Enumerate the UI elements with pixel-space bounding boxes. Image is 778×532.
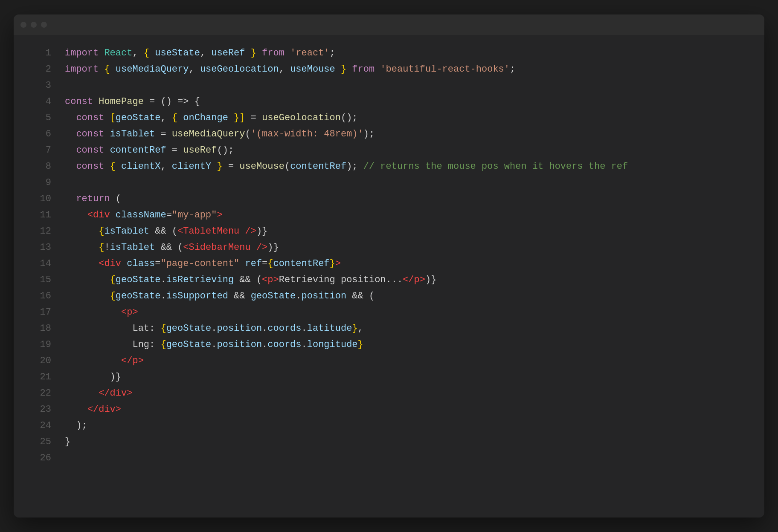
token-punctuation: , <box>160 113 171 123</box>
token-punctuation <box>335 64 341 75</box>
code-line: 5 const [geoState, { onChange }] = useGe… <box>14 110 764 126</box>
token-punctuation: ; <box>510 64 515 75</box>
maximize-button[interactable] <box>41 22 47 28</box>
token-punctuation <box>65 145 76 156</box>
token-identifier: clientX <box>121 161 160 172</box>
line-content: <div className="my-app"> <box>65 207 223 223</box>
token-punctuation: . <box>160 291 166 301</box>
line-number: 4 <box>31 94 51 110</box>
token-jsx-tag: /> <box>256 242 267 253</box>
line-number: 23 <box>31 402 51 418</box>
token-jsx-tag: <TabletMenu <box>177 226 239 237</box>
token-punctuation: , <box>189 64 200 75</box>
line-number: 6 <box>31 126 51 142</box>
token-punctuation: (); <box>341 113 358 123</box>
token-punctuation: ); <box>65 420 87 431</box>
minimize-button[interactable] <box>31 22 37 28</box>
token-punctuation <box>65 356 121 366</box>
close-button[interactable] <box>20 22 26 28</box>
line-content: {isTablet && (<TabletMenu />)} <box>65 223 267 240</box>
token-func-name: HomePage <box>99 96 144 107</box>
token-identifier: geoState <box>251 291 296 301</box>
token-punctuation: ); <box>346 161 363 172</box>
token-jsx-tag: > <box>217 210 222 220</box>
token-bracket: { <box>104 64 110 75</box>
code-line: 19 Lng: {geoState.position.coords.longit… <box>14 337 764 353</box>
token-jsx-tag: <SidebarMenu <box>183 242 250 253</box>
line-number: 7 <box>31 142 51 159</box>
token-bracket: { <box>110 291 116 301</box>
token-jsx-tag: /> <box>245 226 256 237</box>
token-punctuation: = <box>166 210 172 220</box>
token-punctuation: ; <box>330 48 335 58</box>
line-number: 20 <box>31 353 51 369</box>
token-identifier: useMediaQuery <box>116 64 189 75</box>
token-kw-return: return <box>76 194 110 204</box>
code-area: 1import React, { useState, useRef } from… <box>14 35 764 518</box>
code-line: 2import { useMediaQuery, useGeolocation,… <box>14 61 764 78</box>
token-punctuation: . <box>302 323 307 334</box>
token-bracket: } <box>251 48 256 58</box>
token-punctuation <box>65 194 76 204</box>
token-punctuation: { <box>189 96 200 107</box>
line-content: {geoState.isSupported && geoState.positi… <box>65 288 374 304</box>
token-func-name: useRef <box>183 145 217 156</box>
line-number: 2 <box>31 61 51 78</box>
line-number: 19 <box>31 337 51 353</box>
code-line: 7 const contentRef = useRef(); <box>14 142 764 159</box>
token-attr-name: class <box>127 258 155 269</box>
token-arrow: => <box>177 96 189 107</box>
token-punctuation <box>104 161 110 172</box>
token-punctuation: ( <box>110 194 121 204</box>
token-identifier: useMouse <box>290 64 335 75</box>
token-punctuation: )} <box>256 226 267 237</box>
line-number: 18 <box>31 321 51 337</box>
token-punctuation: && ( <box>346 291 374 301</box>
line-content: import React, { useState, useRef } from … <box>65 45 335 61</box>
token-punctuation <box>228 113 234 123</box>
line-number: 12 <box>31 223 51 240</box>
line-number: 15 <box>31 272 51 288</box>
token-bracket: { <box>160 323 166 334</box>
token-punctuation: = () <box>144 96 177 107</box>
token-identifier: isTablet <box>110 242 155 253</box>
code-line: 26 <box>14 450 764 466</box>
line-number: 13 <box>31 240 51 256</box>
token-punctuation: . <box>262 323 267 334</box>
token-punctuation: ); <box>363 129 374 139</box>
line-content: </p> <box>65 353 144 369</box>
token-punctuation <box>121 258 127 269</box>
line-number: 1 <box>31 45 51 61</box>
token-bracket: } <box>330 258 335 269</box>
token-punctuation <box>116 161 121 172</box>
line-content: Lng: {geoState.position.coords.longitude… <box>65 337 363 353</box>
code-line: 14 <div class="page-content" ref={conten… <box>14 256 764 272</box>
token-punctuation <box>211 161 217 172</box>
line-content: {geoState.isRetrieving && (<p>Retrieving… <box>65 272 436 288</box>
token-punctuation: = <box>223 161 240 172</box>
token-kw-import: import <box>65 64 99 75</box>
token-identifier: geoState <box>166 339 212 350</box>
token-attr-name: ref <box>245 258 262 269</box>
token-punctuation: (); <box>217 145 234 156</box>
token-identifier: latitude <box>307 323 352 334</box>
token-identifier: contentRef <box>290 161 346 172</box>
token-jsx-tag: </p> <box>403 275 425 285</box>
titlebar <box>14 14 764 35</box>
line-number: 3 <box>31 78 51 94</box>
token-bracket: { <box>110 161 116 172</box>
token-punctuation: , <box>279 64 290 75</box>
line-number: 22 <box>31 385 51 402</box>
token-punctuation: ( <box>284 161 290 172</box>
code-line: 18 Lat: {geoState.position.coords.latitu… <box>14 321 764 337</box>
token-punctuation: . <box>160 275 166 285</box>
token-jsx-text: Lng: <box>132 339 160 350</box>
line-content: } <box>65 434 70 450</box>
token-punctuation <box>65 210 87 220</box>
token-kw-const: const <box>76 129 104 139</box>
token-jsx-tag: <p> <box>121 307 138 318</box>
code-line: 6 const isTablet = useMediaQuery('(max-w… <box>14 126 764 142</box>
token-bracket: } <box>234 113 239 123</box>
token-punctuation: = <box>245 113 262 123</box>
token-identifier: onChange <box>183 113 228 123</box>
